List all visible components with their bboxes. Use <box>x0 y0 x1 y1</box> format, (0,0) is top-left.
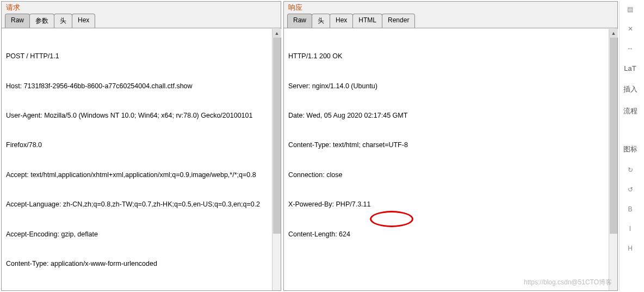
req-line: Content-Length: 160 <box>6 288 276 290</box>
tab-raw[interactable]: Raw <box>287 14 312 28</box>
heading-icon[interactable]: H <box>628 245 633 252</box>
scroll-up-icon[interactable]: ▲ <box>273 29 281 38</box>
resp-line: Connection: close <box>288 170 613 180</box>
tab-headers[interactable]: 头 <box>54 14 72 28</box>
req-line: POST / HTTP/1.1 <box>6 51 276 61</box>
resp-line: HTTP/1.1 200 OK <box>288 51 613 61</box>
side-icon[interactable]: ✕ <box>628 25 633 33</box>
undo-icon[interactable]: ↻ <box>628 166 633 174</box>
tab-raw[interactable]: Raw <box>5 14 30 28</box>
response-tabs: Raw 头 Hex HTML Render <box>284 13 617 28</box>
annotation-circle <box>370 211 413 227</box>
bold-icon[interactable]: B <box>628 205 632 213</box>
request-tabs: Raw 参数 头 Hex <box>2 13 281 28</box>
req-line: Host: 7131f83f-2956-46bb-8600-a77c602540… <box>6 81 276 91</box>
resp-line: X-Powered-By: PHP/7.3.11 <box>288 199 613 209</box>
tab-html[interactable]: HTML <box>352 14 382 28</box>
resp-line: Server: nginx/1.14.0 (Ubuntu) <box>288 81 613 91</box>
req-line: Firefox/78.0 <box>6 140 276 150</box>
resp-body: <html lang="zh-CN"> <head> <meta http-eq… <box>288 278 613 290</box>
scroll-up-icon[interactable]: ▲ <box>609 29 618 38</box>
response-panel: 响应 Raw 头 Hex HTML Render HTTP/1.1 200 OK… <box>283 1 618 291</box>
req-line: Accept: text/html,application/xhtml+xml,… <box>6 170 276 180</box>
tab-headers[interactable]: 头 <box>312 14 330 28</box>
req-line: User-Agent: Mozilla/5.0 (Windows NT 10.0… <box>6 111 276 120</box>
side-icon[interactable]: ↔ <box>627 45 634 52</box>
side-item[interactable]: 图标 <box>623 144 637 154</box>
side-item[interactable]: LaT <box>624 64 636 72</box>
request-panel: 请求 Raw 参数 头 Hex POST / HTTP/1.1 Host: 71… <box>1 1 281 291</box>
resp-line: Date: Wed, 05 Aug 2020 02:17:45 GMT <box>288 111 613 120</box>
tab-hex[interactable]: Hex <box>72 14 95 28</box>
response-scrollbar[interactable]: ▲ <box>609 29 617 290</box>
tab-params[interactable]: 参数 <box>29 14 54 28</box>
tab-render[interactable]: Render <box>382 14 415 28</box>
request-content[interactable]: POST / HTTP/1.1 Host: 7131f83f-2956-46bb… <box>2 28 281 290</box>
resp-line: Content-Type: text/html; charset=UTF-8 <box>288 140 613 150</box>
response-content[interactable]: HTTP/1.1 200 OK Server: nginx/1.14.0 (Ub… <box>284 28 617 290</box>
italic-icon[interactable]: I <box>629 225 631 233</box>
resp-line: Content-Length: 624 <box>288 229 613 239</box>
side-item[interactable]: 插入 <box>623 84 637 94</box>
response-title: 响应 <box>284 2 617 13</box>
req-line: Accept-Language: zh-CN,zh;q=0.8,zh-TW;q=… <box>6 199 276 209</box>
redo-icon[interactable]: ↺ <box>628 186 633 193</box>
tab-hex[interactable]: Hex <box>330 14 353 28</box>
req-line: Content-Type: application/x-www-form-url… <box>6 259 276 269</box>
right-sidebar: ▤ ✕ ↔ LaT 插入 流程 图标 ↻ ↺ B I H <box>619 1 641 291</box>
scroll-thumb[interactable] <box>273 38 281 234</box>
request-title: 请求 <box>2 2 281 13</box>
request-scrollbar[interactable]: ▲ <box>272 29 281 290</box>
side-icon[interactable]: ▤ <box>627 5 633 13</box>
side-item[interactable]: 流程 <box>623 106 637 116</box>
scroll-thumb[interactable] <box>610 38 617 234</box>
req-line: Accept-Encoding: gzip, deflate <box>6 229 276 239</box>
